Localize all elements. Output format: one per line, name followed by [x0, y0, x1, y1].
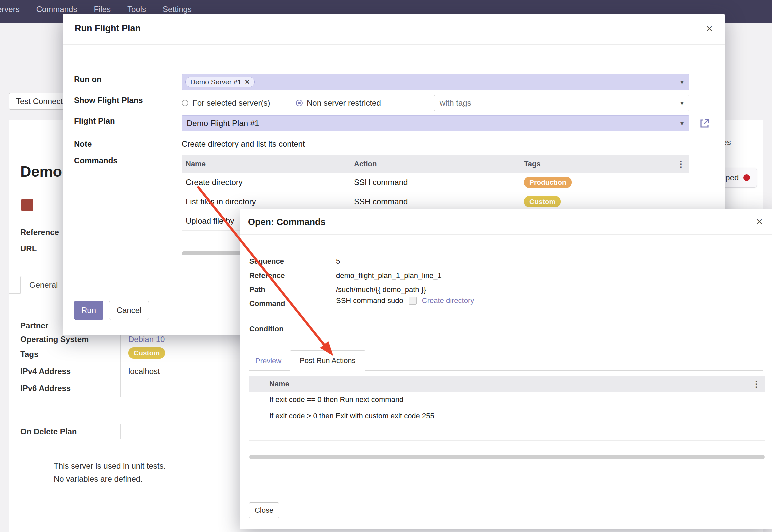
row-name: List files in directory — [182, 197, 354, 206]
open-commands-title: Open: Commands — [248, 217, 326, 227]
close-icon[interactable]: × — [706, 23, 713, 34]
close-icon[interactable]: × — [756, 216, 763, 227]
with-tags-select[interactable]: with tags ▾ — [434, 95, 689, 111]
radio-selected-servers[interactable] — [182, 100, 188, 106]
commands-table-header: Name Action Tags ⋮ — [182, 155, 689, 173]
commands-label-separator — [176, 252, 176, 293]
run-on-field[interactable]: Demo Server #1 ✕ ▾ — [182, 74, 689, 90]
chevron-down-icon[interactable]: ▾ — [680, 119, 684, 127]
radio-non-server-restricted[interactable] — [296, 100, 303, 106]
radio-selected-servers-label: For selected server(s) — [192, 98, 270, 108]
kebab-menu-icon[interactable]: ⋮ — [677, 159, 685, 169]
header-action[interactable]: Action — [354, 160, 524, 168]
field-separator — [332, 322, 332, 337]
post-run-actions-table: Name ⋮ If exit code == 0 then Run next c… — [249, 376, 765, 441]
row-name: Create directory — [182, 178, 354, 187]
partner-label: Partner — [20, 321, 48, 330]
unit-test-note: This server is used in unit tests. — [54, 461, 166, 471]
nav-item-files[interactable]: Files — [92, 5, 113, 14]
tags-label: Tags — [20, 350, 38, 359]
command-value-row: SSH command sudo Create directory — [336, 296, 474, 305]
chip-remove-icon[interactable]: ✕ — [245, 78, 250, 86]
run-flight-plan-title: Run Flight Plan — [75, 23, 141, 34]
table-row[interactable]: Create directory SSH command Production — [182, 173, 689, 192]
show-flight-plans-label: Show Flight Plans — [74, 96, 143, 105]
table-row[interactable]: If exit code > 0 then Exit with custom e… — [249, 408, 765, 424]
row-action: SSH command — [354, 178, 524, 187]
kebab-menu-icon[interactable]: ⋮ — [752, 379, 761, 389]
tags-badge: Custom — [128, 347, 165, 359]
operating-system-label: Operating System — [20, 335, 89, 344]
tab-preview[interactable]: Preview — [255, 357, 281, 365]
run-button[interactable]: Run — [74, 301, 103, 320]
status-dot-icon — [743, 174, 750, 181]
on-delete-plan-label: On Delete Plan — [20, 427, 77, 436]
flight-plan-value: Demo Flight Plan #1 — [187, 116, 259, 131]
server-chip: Demo Server #1 ✕ — [185, 77, 255, 87]
color-swatch[interactable] — [21, 199, 33, 211]
ipv4-value: localhost — [128, 367, 160, 376]
nav-item-commands[interactable]: Commands — [34, 5, 79, 14]
run-on-label: Run on — [74, 75, 102, 84]
header-name[interactable]: Name — [182, 160, 354, 168]
reference-field-label: Reference — [249, 271, 285, 280]
radio-non-server-label: Non server restricted — [307, 98, 381, 108]
operating-system-value[interactable]: Debian 10 — [128, 335, 165, 344]
variables-note: No variables are defined. — [54, 474, 143, 484]
command-label: Command — [249, 299, 285, 308]
chevron-down-icon[interactable]: ▾ — [680, 78, 684, 86]
radio-selected-servers-group[interactable]: For selected server(s) — [182, 95, 270, 111]
path-label: Path — [249, 285, 265, 294]
reference-label: Reference — [20, 228, 59, 237]
flight-plan-note: Create directory and list its content — [182, 139, 305, 149]
header-name[interactable]: Name — [269, 380, 289, 388]
table-row[interactable]: List files in directory SSH command Cust… — [182, 192, 689, 211]
note-label: Note — [74, 139, 92, 149]
header-tags[interactable]: Tags — [524, 160, 689, 168]
flight-plan-select[interactable]: Demo Flight Plan #1 ▾ — [182, 115, 689, 131]
open-commands-modal: Open: Commands × Sequence 5 Reference de… — [240, 209, 772, 529]
ipv6-label: IPv6 Address — [20, 384, 71, 393]
commands-label: Commands — [74, 156, 118, 165]
radio-non-server-group[interactable]: Non server restricted — [296, 95, 381, 111]
cancel-button[interactable]: Cancel — [109, 301, 149, 320]
server-chip-label: Demo Server #1 — [190, 78, 241, 86]
nav-item-settings[interactable]: Settings — [161, 5, 194, 14]
external-link-icon[interactable] — [699, 117, 711, 129]
with-tags-placeholder: with tags — [440, 95, 471, 111]
tab-post-run-actions[interactable]: Post Run Actions — [290, 350, 365, 371]
url-label: URL — [20, 244, 37, 253]
chevron-down-icon[interactable]: ▾ — [680, 99, 684, 107]
modal-footer-divider — [240, 494, 772, 494]
modal-header-divider — [63, 44, 725, 45]
condition-label: Condition — [249, 325, 284, 333]
tag-badge: Custom — [524, 196, 561, 207]
post-run-table-header: Name ⋮ — [249, 376, 765, 392]
sequence-label: Sequence — [249, 257, 284, 266]
flight-plan-label: Flight Plan — [74, 116, 115, 126]
horizontal-scrollbar[interactable] — [249, 455, 765, 459]
sequence-value: 5 — [336, 257, 340, 266]
nav-item-servers[interactable]: Servers — [0, 5, 22, 14]
reference-field-value: demo_flight_plan_1_plan_line_1 — [336, 271, 442, 280]
row-action: SSH command — [354, 197, 524, 206]
create-directory-checkbox[interactable] — [409, 297, 417, 305]
close-button[interactable]: Close — [249, 502, 279, 518]
form-label-separator — [120, 424, 121, 439]
ipv4-label: IPv4 Address — [20, 367, 71, 376]
tag-badge: Production — [524, 177, 572, 188]
field-separator — [332, 255, 332, 310]
nav-item-tools[interactable]: Tools — [125, 5, 148, 14]
create-directory-link[interactable]: Create directory — [422, 296, 474, 305]
table-row[interactable]: If exit code == 0 then Run next command — [249, 392, 765, 408]
path-value: /such/much/{{ demo_path }} — [336, 285, 426, 294]
table-row-empty — [249, 424, 765, 441]
modal-header-divider — [240, 234, 772, 235]
command-value: SSH command sudo — [336, 296, 403, 305]
tab-general[interactable]: General — [20, 276, 67, 294]
